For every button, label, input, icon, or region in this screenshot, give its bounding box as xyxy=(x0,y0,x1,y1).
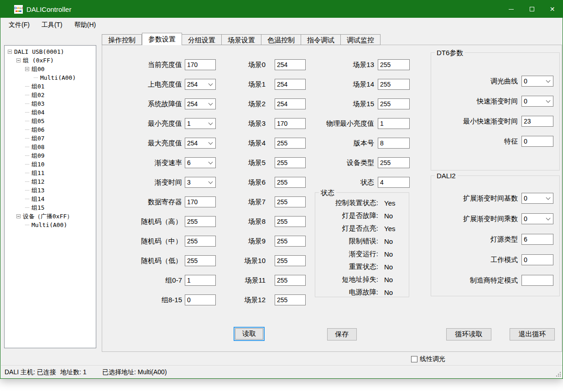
tree-item[interactable]: Multi(A00) xyxy=(5,73,96,82)
tree-item[interactable]: 组08 xyxy=(5,143,96,151)
field-fade-time-combo[interactable]: 3 xyxy=(185,177,216,188)
tree-item[interactable]: 组15 xyxy=(5,203,96,212)
save-button[interactable]: 保存 xyxy=(327,328,357,340)
close-button[interactable]: ✕ xyxy=(542,0,563,18)
field-manufacturer-mode-input[interactable] xyxy=(521,275,553,286)
tree-expander-icon[interactable] xyxy=(16,58,21,62)
tab-page-parameter-settings: 当前亮度值上电亮度值254系统故障值254最小亮度值1最大亮度值254渐变速率6… xyxy=(102,45,562,352)
field-scene-10-input[interactable] xyxy=(275,255,306,266)
field-scene-15-input[interactable] xyxy=(378,98,410,109)
menu-item[interactable]: 文件(F) xyxy=(3,19,35,31)
field-dimming-curve-combo[interactable]: 0 xyxy=(521,76,553,87)
tree-expander-icon[interactable] xyxy=(25,67,29,71)
loop-read-button[interactable]: 循环读取 xyxy=(446,328,491,340)
field-scene-11-input[interactable] xyxy=(275,275,306,286)
field-ext-fade-time-multiplier-combo[interactable]: 0 xyxy=(521,213,553,224)
field-row: 物理最小亮度值 xyxy=(320,118,410,129)
combo-value: 0 xyxy=(522,215,547,222)
field-label-data-register: 数据寄存器 xyxy=(104,196,182,207)
tree-item[interactable]: 组05 xyxy=(5,117,96,125)
tree-item[interactable]: 组04 xyxy=(5,108,96,117)
tree-item[interactable]: Multi(A00) xyxy=(5,221,96,229)
field-random-high-input[interactable] xyxy=(185,216,216,227)
tree-item[interactable]: DALI USB(0001) xyxy=(5,47,96,56)
field-scene-7-input[interactable] xyxy=(275,196,306,207)
field-operating-mode-input[interactable] xyxy=(521,254,553,265)
tree-item[interactable]: 组03 xyxy=(5,99,96,108)
field-scene-9-input[interactable] xyxy=(275,236,306,247)
field-status-input[interactable] xyxy=(378,177,410,188)
field-random-mid-input[interactable] xyxy=(185,236,216,247)
tree-item[interactable]: 组14 xyxy=(5,195,96,203)
maximize-button[interactable] xyxy=(521,0,542,18)
field-scene-3-input[interactable] xyxy=(275,118,306,129)
field-scene-13-input[interactable] xyxy=(378,59,410,70)
field-scene-2-input[interactable] xyxy=(275,98,306,109)
field-label-fast-fade-time: 快速渐变时间 xyxy=(431,96,518,107)
field-data-register-input[interactable] xyxy=(185,196,216,207)
tree-item[interactable]: 组 (0xFF) xyxy=(5,56,96,65)
tree-item-label: 组11 xyxy=(31,169,45,177)
field-ext-fade-time-base-combo[interactable]: 0 xyxy=(521,193,553,204)
field-max-level-combo[interactable]: 254 xyxy=(185,138,216,149)
field-current-level-input[interactable] xyxy=(185,59,216,70)
menu-item[interactable]: 工具(T) xyxy=(36,19,68,31)
tab[interactable]: 指令调试 xyxy=(301,34,341,45)
linear-dimming-checkbox[interactable]: 线性调光 xyxy=(411,355,445,363)
tree-item[interactable]: 组06 xyxy=(5,125,96,134)
tab[interactable]: 场景设置 xyxy=(222,34,261,45)
field-light-source-type-input[interactable] xyxy=(521,234,553,245)
read-button[interactable]: 读取 xyxy=(234,327,265,341)
menubar: 文件(F)工具(T)帮助(H) xyxy=(1,18,563,32)
tree-item[interactable]: 组07 xyxy=(5,134,96,143)
loop-read-button-label: 循环读取 xyxy=(455,330,483,339)
tree-connector xyxy=(25,155,29,156)
field-random-low-input[interactable] xyxy=(185,255,216,266)
exit-loop-button-label: 退出循环 xyxy=(519,330,546,339)
tree-item[interactable]: 组02 xyxy=(5,91,96,99)
field-power-on-level-combo[interactable]: 254 xyxy=(185,79,216,90)
field-label-group-8-15: 组8-15 xyxy=(104,294,182,305)
tree-item[interactable]: 组13 xyxy=(5,186,96,195)
field-scene-8-input[interactable] xyxy=(275,216,306,227)
tree-expander-icon[interactable] xyxy=(8,50,12,54)
field-row: 场景13 xyxy=(320,59,410,70)
tree-item[interactable]: 组12 xyxy=(5,177,96,186)
exit-loop-button[interactable]: 退出循环 xyxy=(510,328,555,340)
field-physical-min-level-input[interactable] xyxy=(378,118,410,129)
tree-item[interactable]: 设备（广播0xFF） xyxy=(5,212,96,221)
tree-expander-icon[interactable] xyxy=(16,214,21,218)
tree-item[interactable]: 组01 xyxy=(5,82,96,91)
menu-item[interactable]: 帮助(H) xyxy=(69,19,101,31)
field-features-input[interactable] xyxy=(521,136,553,147)
field-group-0-7-input[interactable] xyxy=(185,275,216,286)
field-scene-5-input[interactable] xyxy=(275,157,306,168)
field-version-input[interactable] xyxy=(378,138,410,149)
tab[interactable]: 操作控制 xyxy=(102,34,142,45)
field-scene-6-input[interactable] xyxy=(275,177,306,188)
field-min-fast-fade-time-input[interactable] xyxy=(521,116,553,127)
field-row: 当前亮度值 xyxy=(104,59,216,70)
tab[interactable]: 分组设置 xyxy=(182,34,222,45)
field-min-level-combo[interactable]: 1 xyxy=(185,118,216,129)
tree-item[interactable]: 组00 xyxy=(5,65,96,73)
field-scene-14-input[interactable] xyxy=(378,79,410,90)
resize-grip-icon[interactable] xyxy=(556,371,561,377)
dali-logo-strip xyxy=(16,10,21,12)
minimize-button[interactable] xyxy=(501,0,521,18)
field-scene-4-input[interactable] xyxy=(275,138,306,149)
field-group-8-15-input[interactable] xyxy=(185,294,216,305)
tree-item[interactable]: 组09 xyxy=(5,151,96,160)
field-fade-rate-combo[interactable]: 6 xyxy=(185,157,216,168)
field-scene-1-input[interactable] xyxy=(275,79,306,90)
field-fast-fade-time-combo[interactable]: 0 xyxy=(521,96,553,107)
field-scene-12-input[interactable] xyxy=(275,294,306,305)
tab[interactable]: 参数设置 xyxy=(142,33,182,45)
field-device-type-input[interactable] xyxy=(378,157,410,168)
tab[interactable]: 调试监控 xyxy=(341,34,381,45)
tree-item[interactable]: 组10 xyxy=(5,160,96,169)
tree-item[interactable]: 组11 xyxy=(5,169,96,177)
field-system-failure-level-combo[interactable]: 254 xyxy=(185,98,216,109)
tab[interactable]: 色温控制 xyxy=(261,34,301,45)
field-scene-0-input[interactable] xyxy=(275,59,306,70)
